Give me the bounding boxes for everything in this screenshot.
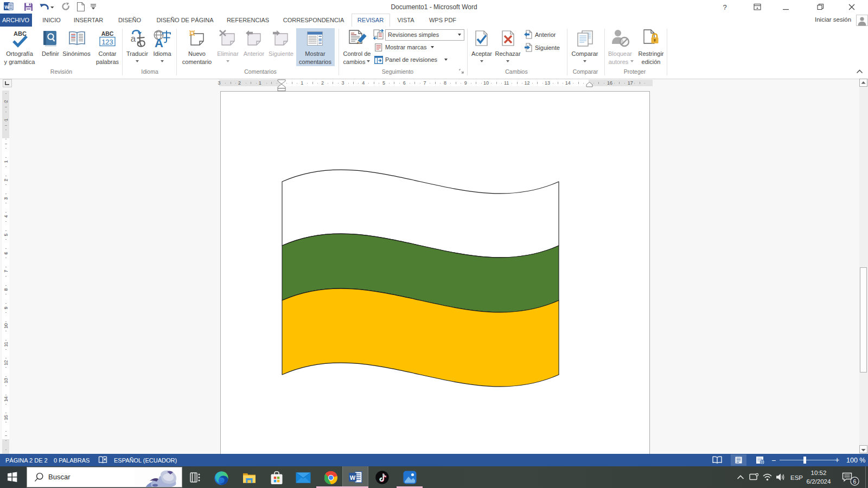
svg-text:ABC: ABC bbox=[101, 30, 114, 37]
svg-text:A: A bbox=[155, 36, 163, 48]
svg-text:6: 6 bbox=[853, 478, 857, 485]
svg-text:W: W bbox=[350, 474, 356, 481]
svg-text:123: 123 bbox=[101, 38, 113, 46]
svg-text:?: ? bbox=[723, 3, 726, 11]
svg-text:W: W bbox=[4, 4, 9, 10]
svg-text:a: a bbox=[131, 34, 136, 44]
svg-text:ABC: ABC bbox=[14, 30, 27, 37]
